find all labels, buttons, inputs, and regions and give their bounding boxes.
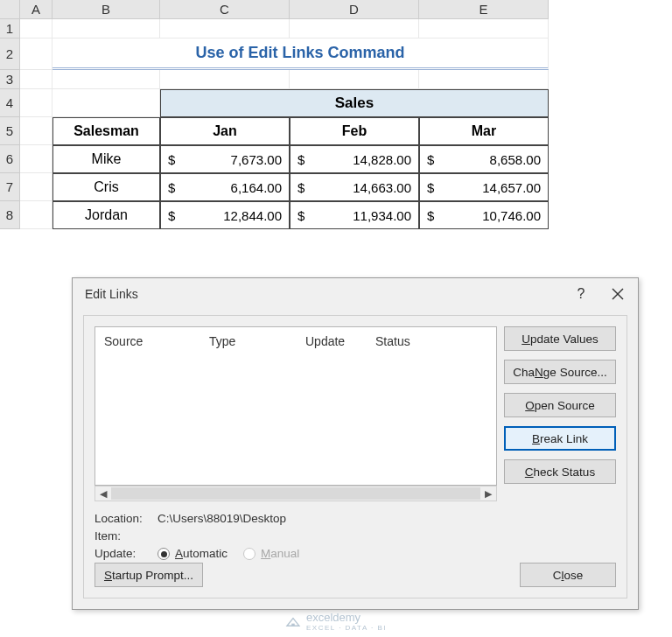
cell[interactable] [52, 19, 160, 38]
close-button[interactable]: Close [520, 563, 616, 587]
cell[interactable] [290, 70, 419, 89]
row-header-1[interactable]: 1 [0, 19, 20, 38]
cell[interactable] [419, 70, 549, 89]
open-source-button[interactable]: Open Source [504, 393, 616, 417]
col-status[interactable]: Status [375, 334, 487, 348]
cell-money[interactable]: $14,663.00 [290, 173, 419, 201]
col-type[interactable]: Type [209, 334, 305, 348]
cell[interactable] [20, 38, 52, 70]
amount: 8,658.00 [490, 152, 542, 167]
watermark-sub: EXCEL · DATA · BI [306, 624, 387, 632]
logo-icon [285, 615, 301, 627]
month-header[interactable]: Jan [160, 117, 290, 145]
cell[interactable] [20, 117, 52, 145]
watermark: exceldemy EXCEL · DATA · BI [285, 611, 387, 632]
cell-money[interactable]: $6,164.00 [160, 173, 290, 201]
page-title[interactable]: Use of Edit Links Command [52, 38, 549, 70]
salesman-header[interactable]: Salesman [52, 117, 160, 145]
links-listbox[interactable]: Source Type Update Status [94, 326, 497, 486]
cell-money[interactable]: $8,658.00 [419, 145, 549, 173]
select-all-corner[interactable] [0, 0, 20, 19]
amount: 7,673.00 [231, 152, 284, 167]
cell[interactable] [52, 70, 160, 89]
currency-symbol: $ [166, 208, 175, 223]
svg-rect-2 [291, 624, 295, 626]
currency-symbol: $ [425, 180, 434, 195]
cell[interactable] [20, 145, 52, 173]
accelerator: O [525, 399, 535, 412]
check-status-button[interactable]: Check Status [504, 459, 616, 484]
cell[interactable] [160, 19, 290, 38]
row-header-5[interactable]: 5 [0, 117, 20, 145]
radio-dot-icon [243, 548, 256, 560]
accelerator: N [535, 366, 543, 379]
currency-symbol: $ [425, 152, 434, 167]
amount: 6,164.00 [231, 180, 284, 195]
close-icon[interactable] [599, 279, 636, 309]
dialog-title: Edit Links [85, 287, 563, 301]
currency-symbol: $ [166, 152, 175, 167]
horizontal-scrollbar[interactable]: ◀ ▶ [94, 486, 497, 501]
item-label: Item: [94, 528, 150, 545]
amount: 11,934.00 [353, 208, 413, 223]
row-header-4[interactable]: 4 [0, 89, 20, 117]
col-header-A[interactable]: A [20, 0, 52, 19]
col-header-C[interactable]: C [160, 0, 290, 19]
sales-header[interactable]: Sales [160, 89, 549, 117]
row-header-6[interactable]: 6 [0, 145, 20, 173]
cell-money[interactable]: $7,673.00 [160, 145, 290, 173]
amount: 10,746.00 [482, 208, 542, 223]
cell-money[interactable]: $10,746.00 [419, 201, 549, 229]
cell[interactable] [160, 70, 290, 89]
row-header-2[interactable]: 2 [0, 38, 20, 70]
radio-automatic[interactable]: Automatic [158, 545, 228, 563]
col-source[interactable]: Source [104, 334, 209, 348]
cell-money[interactable]: $14,828.00 [290, 145, 419, 173]
cell[interactable] [52, 89, 160, 117]
col-header-D[interactable]: D [290, 0, 419, 19]
spreadsheet-grid: A B C D E 1 2 Use of Edit Links Command … [0, 0, 672, 229]
cell-money[interactable]: $12,844.00 [160, 201, 290, 229]
col-update[interactable]: Update [305, 334, 375, 348]
dialog-side-buttons: Update Values ChaNge Source... Open Sour… [504, 326, 616, 484]
month-header[interactable]: Mar [419, 117, 549, 145]
salesman-name[interactable]: Jordan [52, 201, 160, 229]
row-header-7[interactable]: 7 [0, 173, 20, 201]
salesman-name[interactable]: Mike [52, 145, 160, 173]
update-values-button[interactable]: Update Values [504, 326, 616, 351]
cell[interactable] [20, 19, 52, 38]
cell[interactable] [20, 201, 52, 229]
location-label: Location: [94, 510, 150, 528]
cell-money[interactable]: $14,657.00 [419, 173, 549, 201]
change-source-button[interactable]: ChaNge Source... [504, 360, 616, 384]
cell[interactable] [20, 173, 52, 201]
cell[interactable] [290, 19, 419, 38]
row-header-3[interactable]: 3 [0, 70, 20, 89]
scroll-left-icon[interactable]: ◀ [95, 486, 111, 500]
scroll-right-icon[interactable]: ▶ [480, 486, 496, 500]
cell[interactable] [20, 70, 52, 89]
edit-links-dialog: Edit Links ? Source Type Update Status ◀… [72, 277, 639, 610]
col-header-E[interactable]: E [419, 0, 549, 19]
scroll-track[interactable] [111, 487, 480, 500]
accelerator: U [522, 332, 530, 346]
cell[interactable] [20, 89, 52, 117]
dialog-titlebar[interactable]: Edit Links ? [73, 278, 638, 310]
radio-dot-on-icon [158, 548, 170, 560]
month-header[interactable]: Feb [290, 117, 419, 145]
break-link-button[interactable]: Break Link [504, 426, 616, 451]
watermark-brand: exceldemy [306, 611, 387, 624]
accelerator: C [525, 466, 534, 479]
update-label: Update: [94, 545, 150, 563]
cell[interactable] [419, 19, 549, 38]
currency-symbol: $ [296, 180, 304, 195]
help-button[interactable]: ? [563, 279, 599, 309]
update-radio-group: Automatic Manual [158, 545, 299, 563]
row-header-8[interactable]: 8 [0, 201, 20, 229]
cell-money[interactable]: $11,934.00 [290, 201, 419, 229]
salesman-name[interactable]: Cris [52, 173, 160, 201]
startup-prompt-button[interactable]: Startup Prompt... [94, 563, 203, 587]
list-header: Source Type Update Status [95, 327, 496, 354]
col-header-B[interactable]: B [52, 0, 160, 19]
links-list-wrap: Source Type Update Status ◀ ▶ [94, 326, 497, 501]
